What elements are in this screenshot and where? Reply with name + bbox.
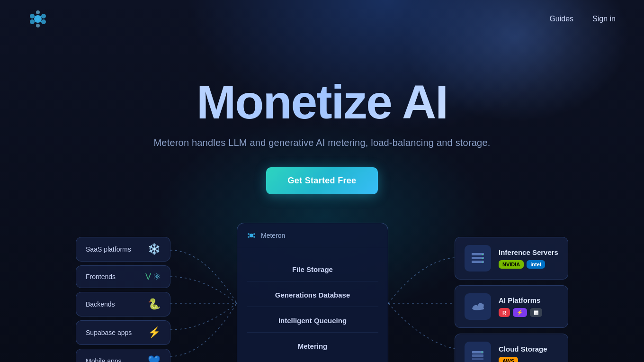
signin-link[interactable]: Sign in xyxy=(592,15,616,23)
cloud-storage-icon xyxy=(465,342,491,362)
svg-rect-20 xyxy=(482,262,483,262)
inference-servers-icon xyxy=(465,245,491,272)
mobile-apps-card: Mobile apps 💙 xyxy=(76,349,170,362)
mobile-icons: 💙 xyxy=(148,355,161,362)
svg-point-6 xyxy=(36,24,40,27)
hero-section: Monetize AI Meteron handles LLM and gene… xyxy=(0,38,644,194)
left-connector-svg xyxy=(170,237,237,362)
ai-platforms-title: AI Platforms xyxy=(499,296,558,304)
ai-platforms-content: AI Platforms R ⚡ ▦ xyxy=(499,296,558,317)
ai-platforms-badges: R ⚡ ▦ xyxy=(499,308,558,317)
file-storage-item: File Storage xyxy=(247,258,378,281)
meteron-logo-center xyxy=(247,231,256,240)
svg-point-14 xyxy=(253,236,255,238)
intelligent-queueing-item: Intelligent Queueing xyxy=(247,309,378,333)
right-panel: Inference Servers NVIDIA intel AI Platfo… xyxy=(455,237,568,362)
diagram-section: SaaS platforms ❄️ Frontends V ⚛ Backends… xyxy=(0,185,644,362)
supabase-icon: ⚡ xyxy=(148,326,161,339)
inference-servers-card: Inference Servers NVIDIA intel xyxy=(455,237,568,280)
left-connector xyxy=(170,237,237,362)
nav-links: Guides Sign in xyxy=(549,15,616,23)
left-cards: SaaS platforms ❄️ Frontends V ⚛ Backends… xyxy=(76,237,170,362)
saas-platforms-icons: ❄️ xyxy=(148,243,161,255)
frontends-icons: V ⚛ xyxy=(145,272,161,282)
logo-icon xyxy=(28,9,47,28)
other-badge: ▦ xyxy=(530,308,542,317)
frontends-label: Frontends xyxy=(86,273,116,281)
frontends-card: Frontends V ⚛ xyxy=(76,265,170,288)
center-box: Meteron File Storage Generations Databas… xyxy=(237,223,388,362)
backends-icons: 🐍 xyxy=(148,298,161,310)
svg-point-13 xyxy=(248,236,250,238)
supabase-apps-card: Supabase apps ⚡ xyxy=(76,320,170,345)
svg-point-1 xyxy=(30,14,35,18)
saas-platforms-card: SaaS platforms ❄️ xyxy=(76,237,170,262)
backends-card: Backends 🐍 xyxy=(76,292,170,317)
center-box-header: Meteron xyxy=(237,223,388,248)
saas-platforms-label: SaaS platforms xyxy=(86,245,131,253)
replicate-badge: R xyxy=(499,308,510,317)
cloud-storage-card: Cloud Storage AWS xyxy=(455,334,568,362)
cloud-storage-content: Cloud Storage AWS xyxy=(499,345,558,362)
inference-servers-title: Inference Servers xyxy=(499,248,558,256)
ai-platforms-card: AI Platforms R ⚡ ▦ xyxy=(455,285,568,328)
supabase-icons: ⚡ xyxy=(148,326,161,339)
python-icon: 🐍 xyxy=(148,298,161,310)
svg-point-5 xyxy=(36,10,40,14)
inference-servers-badges: NVIDIA intel xyxy=(499,260,558,269)
ai-platforms-icon xyxy=(465,293,491,320)
flutter-icon: 💙 xyxy=(148,355,161,362)
svg-rect-19 xyxy=(482,258,483,259)
svg-rect-23 xyxy=(472,358,483,360)
center-box-title: Meteron xyxy=(261,232,285,239)
generations-database-item: Generations Database xyxy=(247,283,378,307)
hero-subtitle: Meteron handles LLM and generative AI me… xyxy=(0,137,644,148)
inference-servers-content: Inference Servers NVIDIA intel xyxy=(499,248,558,269)
svg-rect-22 xyxy=(472,354,483,357)
saas-icon: ❄️ xyxy=(148,243,161,255)
svg-point-3 xyxy=(30,19,35,24)
supabase-apps-label: Supabase apps xyxy=(86,329,132,336)
svg-point-10 xyxy=(250,234,253,237)
diagram-wrapper: SaaS platforms ❄️ Frontends V ⚛ Backends… xyxy=(0,199,644,362)
cloud-storage-badges: AWS xyxy=(499,357,558,362)
backends-label: Backends xyxy=(86,300,115,308)
hero-title: Monetize AI xyxy=(0,76,644,128)
svg-rect-18 xyxy=(482,254,483,255)
intel-badge: intel xyxy=(527,260,545,269)
guides-link[interactable]: Guides xyxy=(549,15,573,23)
vue-icon: V xyxy=(145,272,151,282)
logo[interactable] xyxy=(28,9,47,28)
cloud-storage-title: Cloud Storage xyxy=(499,345,558,353)
navbar: Guides Sign in xyxy=(0,0,644,38)
right-connector xyxy=(388,237,455,362)
cta-button[interactable]: Get Started Free xyxy=(266,167,378,194)
svg-point-24 xyxy=(482,352,483,353)
svg-point-12 xyxy=(253,233,255,235)
lightning-badge: ⚡ xyxy=(513,308,527,317)
nvidia-badge: NVIDIA xyxy=(499,260,524,269)
right-connector-svg xyxy=(388,237,455,362)
svg-point-2 xyxy=(41,14,46,18)
aws-badge: AWS xyxy=(499,357,518,362)
svg-point-4 xyxy=(41,19,46,24)
mobile-apps-label: Mobile apps xyxy=(86,357,122,362)
svg-point-11 xyxy=(248,233,250,235)
center-box-items: File Storage Generations Database Intell… xyxy=(237,253,388,362)
react-icon: ⚛ xyxy=(153,272,161,282)
metering-item: Metering xyxy=(247,335,378,358)
